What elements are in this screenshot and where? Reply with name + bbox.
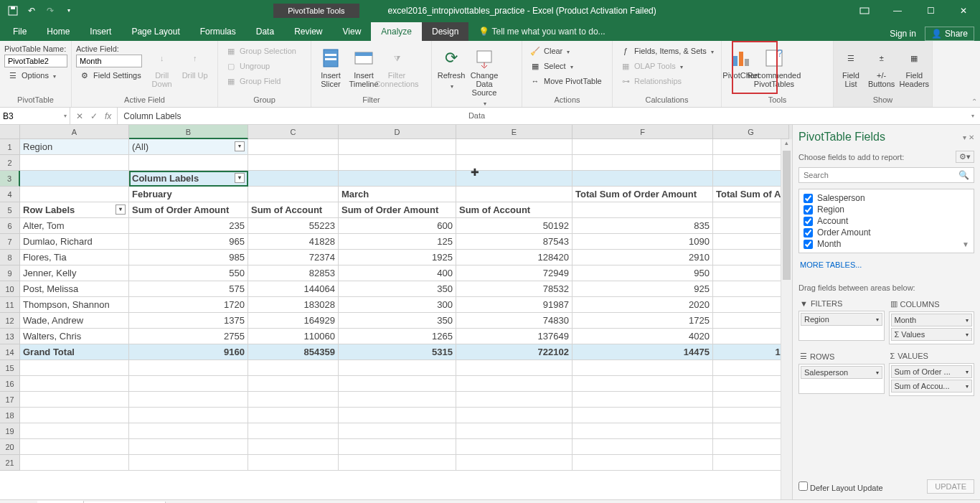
col-header-F[interactable]: F [573, 125, 713, 139]
cell[interactable]: 183028 [248, 297, 339, 313]
group-field-button[interactable]: ▦Group Field [222, 74, 299, 88]
cell[interactable]: 1725 [573, 313, 713, 329]
recommended-pivottables-button[interactable]: ?Recommended PivotTables [759, 44, 789, 91]
cell[interactable] [20, 455, 129, 471]
cell[interactable]: 87543 [456, 234, 573, 250]
tab-home[interactable]: Home [37, 22, 80, 41]
qat-more-icon[interactable]: ▾ [60, 2, 77, 19]
cell[interactable] [339, 392, 456, 408]
fields-items-sets-button[interactable]: ƒFields, Items, & Sets [617, 44, 717, 58]
cell[interactable] [339, 455, 456, 471]
row-header[interactable]: 20 [0, 439, 20, 455]
field-search[interactable]: 🔍 [798, 167, 974, 183]
cell[interactable] [248, 423, 339, 439]
drill-up-button[interactable]: ↑Drill Up [180, 44, 210, 83]
cell[interactable] [248, 376, 339, 392]
collapse-ribbon-icon[interactable]: ⌃ [971, 98, 977, 105]
cell[interactable]: 74830 [456, 313, 573, 329]
cell[interactable] [456, 360, 573, 376]
cell[interactable]: 350 [339, 313, 456, 329]
cell[interactable] [20, 155, 129, 171]
filter-dropdown-icon[interactable]: ▾ [235, 173, 245, 183]
cell[interactable] [713, 139, 789, 155]
field-checkbox[interactable] [804, 240, 813, 249]
share-button[interactable]: 👤Share [925, 27, 974, 41]
cell[interactable] [713, 171, 789, 187]
row-header[interactable]: 13 [0, 329, 20, 344]
change-data-source-button[interactable]: Change Data Source [469, 44, 499, 110]
cell[interactable]: 4020 [573, 329, 713, 344]
field-headers-button[interactable]: ▦Field Headers [899, 44, 929, 91]
cell[interactable]: Flores, Tia [20, 250, 129, 265]
cell[interactable] [573, 171, 713, 187]
cell[interactable] [573, 139, 713, 155]
row-header[interactable]: 2 [0, 155, 20, 171]
row-header[interactable]: 15 [0, 360, 20, 376]
cell[interactable] [20, 360, 129, 376]
cell[interactable] [713, 202, 789, 218]
cell[interactable] [713, 408, 789, 423]
cell[interactable]: Sum of Account [456, 202, 573, 218]
cell[interactable]: Thompson, Shannon [20, 297, 129, 313]
cell[interactable]: 300 [339, 297, 456, 313]
row-header[interactable]: 12 [0, 313, 20, 329]
row-header[interactable]: 19 [0, 423, 20, 439]
pane-dropdown-icon[interactable]: ▾ [963, 133, 966, 141]
save-icon[interactable] [4, 2, 22, 19]
maximize-icon[interactable]: ☐ [914, 0, 947, 21]
col-header-D[interactable]: D [339, 125, 456, 139]
values-area[interactable]: Sum of Order ...▾Sum of Accou...▾ [889, 363, 975, 396]
cell[interactable] [573, 360, 713, 376]
rows-area[interactable]: Salesperson▾ [798, 364, 885, 394]
enter-formula-icon[interactable]: ✓ [90, 111, 98, 121]
field-checkbox[interactable] [804, 217, 813, 226]
cell[interactable] [713, 250, 789, 265]
cell[interactable] [248, 171, 339, 187]
columns-area[interactable]: Month▾Σ Values▾ [889, 311, 975, 344]
cell[interactable] [456, 171, 573, 187]
cell[interactable]: Total Sum of Order Amount [573, 187, 713, 202]
row-header[interactable]: 1 [0, 139, 20, 155]
chip-dropdown-icon[interactable]: ▾ [966, 369, 969, 375]
pivottable-name-input[interactable] [4, 55, 67, 67]
col-header-B[interactable]: B [129, 125, 248, 139]
cell[interactable]: 55223 [248, 218, 339, 234]
tab-file[interactable]: File [3, 22, 37, 41]
cell[interactable]: 110060 [248, 329, 339, 344]
cell[interactable] [713, 392, 789, 408]
cell[interactable] [456, 139, 573, 155]
row-header[interactable]: 4 [0, 187, 20, 202]
cell[interactable] [573, 155, 713, 171]
olap-tools-button[interactable]: ▦OLAP Tools [617, 59, 717, 73]
filter-dropdown-icon[interactable]: ▾ [116, 205, 126, 215]
cell[interactable] [456, 187, 573, 202]
cell[interactable]: Grand Total [20, 344, 129, 360]
cell[interactable] [713, 297, 789, 313]
expand-formula-icon[interactable]: ▾ [966, 113, 980, 119]
chip-dropdown-icon[interactable]: ▾ [966, 383, 969, 390]
cell[interactable] [20, 171, 129, 187]
field-item[interactable]: Account [802, 215, 971, 227]
cell[interactable] [713, 376, 789, 392]
cell[interactable] [129, 439, 248, 455]
cell[interactable]: Alter, Tom [20, 218, 129, 234]
cell[interactable]: Sum of Account [248, 202, 339, 218]
cell[interactable]: 1090 [573, 234, 713, 250]
field-list-button[interactable]: ☰Field List [838, 44, 864, 91]
cell[interactable]: 78532 [456, 281, 573, 297]
cell[interactable] [713, 281, 789, 297]
cell[interactable]: March [339, 187, 456, 202]
chip-dropdown-icon[interactable]: ▾ [876, 316, 879, 323]
chip-dropdown-icon[interactable]: ▾ [966, 317, 969, 324]
cell[interactable]: February [129, 187, 248, 202]
cell[interactable] [713, 218, 789, 234]
cell[interactable] [248, 187, 339, 202]
fx-icon[interactable]: fx [105, 111, 111, 121]
cell[interactable]: 41828 [248, 234, 339, 250]
cell[interactable] [248, 155, 339, 171]
cell[interactable]: 144064 [248, 281, 339, 297]
col-header-A[interactable]: A [20, 125, 129, 139]
filters-area[interactable]: Region▾ [798, 311, 885, 341]
cell[interactable]: (All)▾ [129, 139, 248, 155]
row-header[interactable]: 16 [0, 376, 20, 392]
